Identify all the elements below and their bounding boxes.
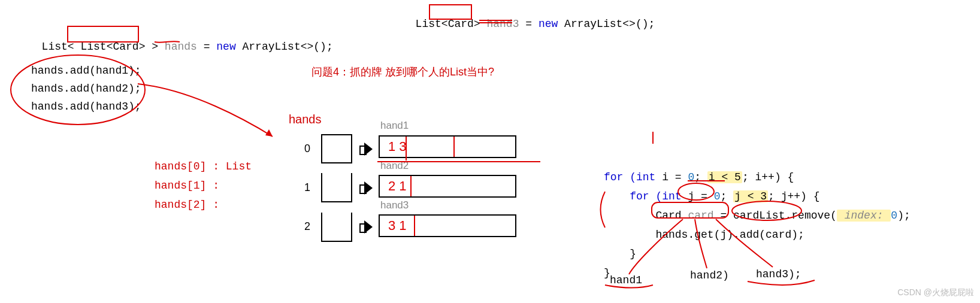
kw-int1: int [636, 171, 655, 183]
ctor2: ArrayList<>(); [236, 41, 333, 53]
array-slot-2 [321, 213, 352, 242]
card-decl: Card [604, 210, 688, 222]
hand1-label: hand1 [380, 120, 409, 132]
line4: hands.get(j).add(card); [604, 229, 804, 241]
decl-hand3: List<Card> hand3 = new ArrayList<>(); [403, 6, 655, 30]
outer-list: List< [42, 41, 81, 53]
arrow-icon-0 [359, 143, 373, 156]
array-slot-1 [321, 173, 352, 202]
bottom-hand3: hand3); [756, 268, 801, 280]
semi: ; [694, 171, 707, 183]
close-generic: > [145, 41, 164, 53]
arg0: 0 [891, 210, 897, 222]
hands-add-2: hands.add(hand2); [31, 83, 141, 95]
bottom-hand1: hand1 [610, 274, 642, 286]
semi2: ; [720, 190, 733, 202]
hand3-content: 3 1 [388, 218, 407, 234]
label-hands1: hands[1] : [155, 180, 219, 192]
num0b: 0 [714, 190, 721, 202]
idx-2: 2 [304, 220, 310, 233]
txt2: j = [682, 190, 714, 202]
eq: = [519, 18, 538, 30]
hands-add-1: hands.add(hand1); [31, 65, 141, 77]
line1: for (int i = 0; i < 5; i++) { [604, 171, 794, 183]
hand3-label: hand3 [380, 199, 409, 211]
post1: ; i++) { [742, 171, 794, 183]
txt: i = [655, 171, 688, 183]
arrow-icon-2 [359, 220, 373, 234]
hand2-content: 2 1 [388, 178, 407, 194]
inner-generic: List<Card> [80, 41, 145, 53]
hand2-label: hand2 [380, 160, 409, 172]
array-slot-0 [321, 134, 352, 163]
line2: for (int j = 0; j < 3; j++) { [604, 190, 820, 202]
hands-add-3: hands.add(hand3); [31, 101, 141, 113]
kw-int2: int [662, 190, 681, 202]
kw-for2: for ( [604, 190, 662, 202]
label-hands0: hands[0] : List [155, 160, 252, 172]
close1: ); [897, 210, 911, 222]
ctor: ArrayList<>(); [558, 18, 655, 30]
for-loop-code: for (int i = 0; i < 5; i++) { for (int j… [604, 149, 911, 283]
kw-new: new [539, 18, 558, 30]
idx-1: 1 [304, 181, 310, 194]
bottom-hand2: hand2) [690, 269, 729, 281]
eq2: = [197, 41, 216, 53]
kw-new2: new [216, 41, 235, 53]
var-hand3: hand3 [486, 18, 519, 30]
remove: = cardList.remove( [714, 210, 837, 222]
cond-i: i < 5 [707, 171, 742, 183]
watermark: CSDN @火烧屁屁啦 [897, 287, 974, 298]
generic-card: <Card> [441, 18, 480, 30]
hand1-content: 1 3 [388, 139, 407, 154]
cond-j: j < 3 [733, 190, 768, 202]
idx-0: 0 [304, 143, 310, 155]
line3: Card card = cardList.remove( index: 0); [604, 210, 911, 222]
card-var: card [688, 210, 713, 222]
kw-for1: for ( [604, 171, 636, 183]
decl-hands: List< List<Card> > hands = new ArrayList… [29, 29, 333, 53]
num0a: 0 [688, 171, 694, 183]
line5: } [604, 248, 636, 260]
type-list: List [416, 18, 441, 30]
arrow-icon-1 [359, 181, 373, 195]
question-label: 问题4：抓的牌 放到哪个人的List当中? [311, 65, 494, 79]
post2: ; j++) { [768, 190, 819, 202]
var-hands: hands [165, 41, 197, 53]
label-hands2: hands[2] : [155, 199, 219, 211]
hint-index: index: [837, 210, 891, 222]
diagram-title: hands [289, 113, 322, 126]
